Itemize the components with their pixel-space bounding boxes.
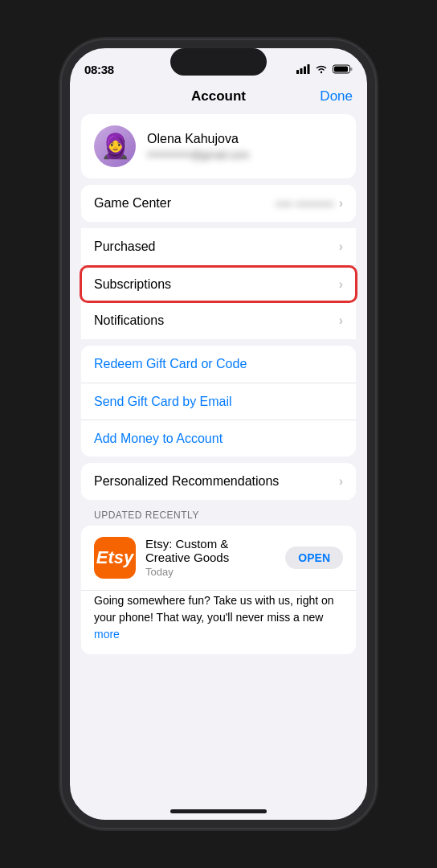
- game-center-chevron: ›: [339, 196, 343, 211]
- notifications-label: Notifications: [94, 313, 339, 328]
- purchased-chevron: ›: [339, 240, 343, 254]
- page-title: Account: [191, 88, 246, 104]
- etsy-app-row[interactable]: Etsy Etsy: Custom & Creative Goods Today…: [81, 526, 356, 590]
- etsy-app-info: Etsy: Custom & Creative Goods Today: [145, 537, 279, 578]
- nav-header: Account Done: [68, 82, 369, 114]
- game-center-value: •••• •••••••••: [276, 197, 333, 211]
- home-indicator: [170, 809, 267, 813]
- game-center-label: Game Center: [94, 196, 276, 211]
- svg-rect-3: [308, 64, 310, 74]
- done-button[interactable]: Done: [320, 88, 353, 104]
- content[interactable]: Account Done 🧕 Olena Kahujova ••••••••••…: [68, 82, 369, 821]
- notifications-row[interactable]: Notifications ›: [81, 302, 356, 339]
- purchases-section: Purchased › Subscriptions › Notification…: [81, 228, 356, 339]
- personalized-chevron: ›: [339, 474, 343, 489]
- status-icons: [296, 64, 353, 74]
- profile-name: Olena Kahujova: [147, 132, 343, 146]
- dynamic-island: [170, 48, 267, 76]
- redeem-gift-card-row[interactable]: Redeem Gift Card or Code: [81, 346, 356, 383]
- personalized-row[interactable]: Personalized Recommendations ›: [81, 463, 356, 500]
- personalized-section: Personalized Recommendations ›: [81, 463, 356, 500]
- svg-rect-2: [304, 67, 306, 75]
- screen: 08:38: [68, 47, 369, 821]
- etsy-app-description: Going somewhere fun? Take us with us, ri…: [81, 590, 356, 654]
- svg-rect-1: [300, 68, 303, 74]
- profile-section: 🧕 Olena Kahujova ••••••••••••@gmail.com: [81, 114, 356, 178]
- etsy-open-button[interactable]: OPEN: [285, 547, 343, 569]
- add-money-row[interactable]: Add Money to Account: [81, 420, 356, 457]
- subscriptions-chevron: ›: [339, 277, 343, 292]
- updated-recently-label: UPDATED RECENTLY: [68, 506, 369, 526]
- subscriptions-row[interactable]: Subscriptions ›: [81, 265, 356, 302]
- add-money-label: Add Money to Account: [94, 432, 223, 446]
- battery-icon: [333, 64, 353, 74]
- send-gift-card-row[interactable]: Send Gift Card by Email: [81, 383, 356, 420]
- etsy-app-date: Today: [145, 566, 279, 578]
- svg-rect-0: [296, 70, 299, 74]
- send-gift-card-label: Send Gift Card by Email: [94, 395, 232, 409]
- etsy-section: Etsy Etsy: Custom & Creative Goods Today…: [81, 526, 356, 654]
- redeem-gift-card-label: Redeem Gift Card or Code: [94, 357, 247, 371]
- etsy-app-name: Etsy: Custom &: [145, 537, 279, 551]
- game-center-row[interactable]: Game Center •••• ••••••••• ›: [81, 185, 356, 222]
- svg-point-4: [321, 72, 322, 73]
- more-link[interactable]: more: [94, 628, 120, 641]
- phone-frame: 08:38: [62, 40, 375, 828]
- notifications-chevron: ›: [339, 313, 343, 328]
- profile-email: ••••••••••••@gmail.com: [147, 149, 343, 161]
- personalized-label: Personalized Recommendations: [94, 474, 339, 489]
- status-time: 08:38: [84, 63, 114, 76]
- purchased-row[interactable]: Purchased ›: [81, 228, 356, 265]
- signal-icon: [296, 64, 310, 74]
- wifi-icon: [315, 64, 328, 74]
- svg-rect-7: [334, 67, 348, 72]
- gift-section: Redeem Gift Card or Code Send Gift Card …: [81, 346, 356, 457]
- etsy-app-subtitle: Creative Goods: [145, 551, 279, 564]
- avatar: 🧕: [94, 125, 136, 167]
- game-center-section: Game Center •••• ••••••••• ›: [81, 185, 356, 222]
- etsy-app-icon: Etsy: [94, 537, 136, 579]
- profile-row[interactable]: 🧕 Olena Kahujova ••••••••••••@gmail.com: [81, 114, 356, 178]
- profile-info: Olena Kahujova ••••••••••••@gmail.com: [147, 132, 343, 161]
- subscriptions-label: Subscriptions: [94, 277, 339, 292]
- purchased-label: Purchased: [94, 240, 339, 254]
- updated-recently-section: UPDATED RECENTLY Etsy Etsy: Custom & Cre…: [68, 506, 369, 654]
- svg-rect-6: [350, 68, 353, 71]
